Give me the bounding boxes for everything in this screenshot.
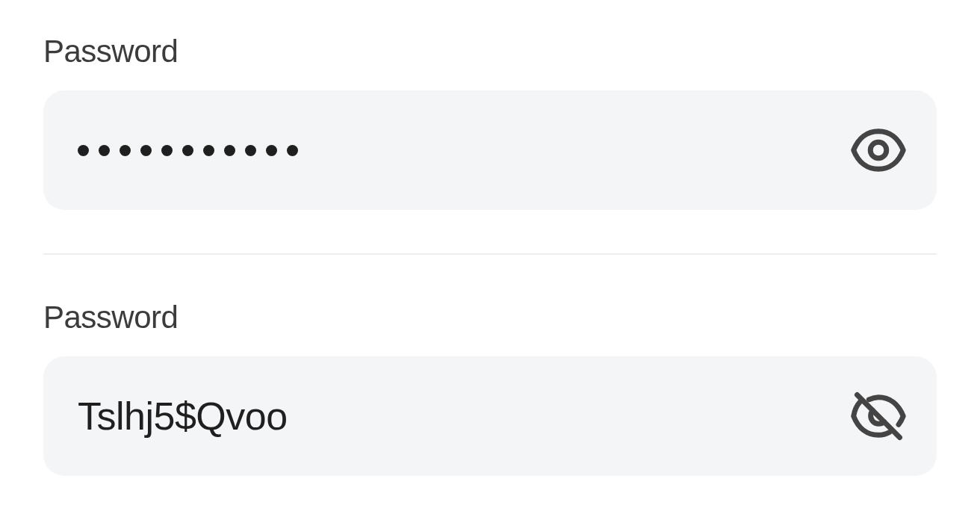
eye-icon: [850, 122, 907, 179]
password-field-visible: Password Tslhj5$Qvoo: [43, 300, 937, 476]
password-input-container[interactable]: Tslhj5$Qvoo: [43, 356, 937, 476]
hide-password-button[interactable]: [850, 388, 907, 445]
password-dot: [245, 145, 256, 156]
svg-point-0: [870, 142, 887, 158]
password-dot: [120, 145, 131, 156]
password-dot: [99, 145, 110, 156]
password-dot: [161, 145, 173, 156]
password-field-masked: Password: [43, 34, 937, 210]
password-dot: [182, 145, 193, 156]
password-dot: [140, 145, 152, 156]
password-label: Password: [43, 300, 937, 335]
eye-off-icon: [850, 388, 907, 445]
password-label: Password: [43, 34, 937, 69]
password-dot: [78, 145, 89, 156]
password-dot: [224, 145, 235, 156]
password-input-masked[interactable]: [78, 145, 835, 156]
password-dot: [203, 145, 214, 156]
password-dot: [287, 145, 298, 156]
show-password-button[interactable]: [850, 122, 907, 179]
password-input-visible[interactable]: Tslhj5$Qvoo: [78, 394, 835, 439]
password-input-container[interactable]: [43, 90, 937, 210]
password-dot: [266, 145, 277, 156]
divider: [43, 253, 937, 255]
